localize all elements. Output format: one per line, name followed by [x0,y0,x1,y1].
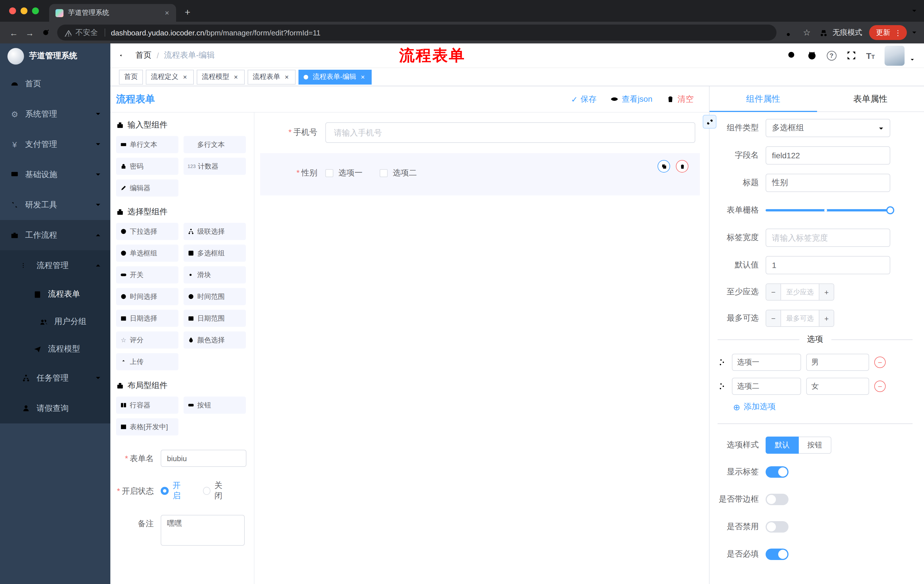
tag-process-model[interactable]: 流程模型× [197,69,245,84]
forward-button[interactable]: → [22,25,38,41]
phone-input[interactable] [325,122,695,143]
font-size-icon[interactable]: TT [866,51,875,60]
sidebar-item-process-model[interactable]: 流程模型 [0,336,111,363]
palette-item-checkbox-group[interactable]: 多选框组 [183,245,246,262]
min-select-input[interactable] [781,284,819,300]
palette-item-radio-group[interactable]: 单选框组 [116,245,178,262]
stepper-decrease-button[interactable]: − [766,284,781,300]
option-value-input[interactable] [806,354,869,371]
reload-button[interactable] [38,25,54,41]
status-on-radio[interactable]: 开启 [161,482,188,499]
palette-item-cascader[interactable]: 级联选择 [183,223,246,240]
title-input[interactable] [766,174,890,192]
canvas-field-phone[interactable]: *手机号 [260,119,702,153]
tag-process-form-edit[interactable]: 流程表单-编辑× [299,69,372,84]
option-label-input[interactable] [732,354,801,371]
sidebar-item-infrastructure[interactable]: 基础设施 [0,160,111,190]
slider-handle[interactable] [886,206,894,214]
help-icon[interactable]: ? [827,51,836,60]
delete-component-button[interactable] [676,160,688,173]
breadcrumb-home[interactable]: 首页 [135,50,152,61]
save-button[interactable]: ✓保存 [571,94,596,104]
style-default-button[interactable]: 默认 [766,437,799,454]
tag-home[interactable]: 首页 [119,69,143,84]
browser-tab[interactable]: 芋道管理系统 × [49,4,176,22]
grid-slider[interactable] [766,201,890,219]
option-value-input[interactable] [806,378,869,395]
sidebar-item-user-group[interactable]: 用户分组 [0,308,111,336]
palette-item-counter[interactable]: 123计数器 [183,158,246,175]
zoom-window-button[interactable] [32,7,39,14]
avatar[interactable] [884,45,904,66]
back-button[interactable]: ← [6,25,22,41]
remove-option-button[interactable]: − [874,380,886,392]
menu-fold-icon[interactable] [119,51,127,59]
stepper-increase-button[interactable]: + [819,284,834,300]
drag-handle-icon[interactable] [718,358,727,367]
default-value-input[interactable] [766,256,890,274]
border-toggle[interactable] [766,494,789,505]
palette-item-date-picker[interactable]: 日期选择 [116,310,178,327]
design-canvas[interactable]: *手机号 *性别 选项一 [254,113,709,584]
status-off-radio[interactable]: 关闭 [203,482,230,499]
update-button[interactable]: 更新 ⋮ [869,25,907,40]
stepper-increase-button[interactable]: + [819,310,834,326]
gender-option-2-checkbox[interactable]: 选项二 [380,168,417,178]
required-toggle[interactable] [766,549,789,560]
search-icon[interactable] [787,50,797,61]
tab-form-props[interactable]: 表单属性 [817,86,924,112]
clear-button[interactable]: 清空 [666,94,693,104]
sidebar-item-process-mgmt[interactable]: 流程管理 [0,250,111,281]
palette-item-upload[interactable]: 上传 [116,353,178,370]
palette-item-password[interactable]: 密码 [116,158,178,175]
sidebar-item-task-mgmt[interactable]: 任务管理 [0,363,111,393]
tab-component-props[interactable]: 组件属性 [710,86,817,112]
show-label-toggle[interactable] [766,466,789,478]
github-icon[interactable] [807,50,817,61]
tag-close-icon[interactable]: × [232,73,239,81]
browser-menu-icon[interactable]: ⋮ [893,28,903,37]
toolbar-caret-icon[interactable] [910,29,918,36]
field-name-input[interactable] [766,146,890,165]
fullscreen-icon[interactable] [846,50,856,61]
slider-track[interactable] [766,209,890,211]
option-label-input[interactable] [732,378,801,395]
form-name-input[interactable] [161,450,246,467]
palette-item-date-range[interactable]: 日期范围 [183,310,246,327]
sidebar-item-workflow[interactable]: 工作流程 [0,220,111,250]
sidebar-item-system[interactable]: ⚙ 系统管理 [0,99,111,129]
palette-item-row-container[interactable]: 行容器 [116,396,178,414]
palette-item-select[interactable]: 下拉选择 [116,223,178,240]
view-json-button[interactable]: 查看json [610,94,652,104]
link-float-button[interactable] [703,115,716,128]
sidebar-item-home[interactable]: 首页 [0,69,111,99]
form-remark-textarea[interactable]: 嘿嘿 [161,515,245,546]
password-key-icon[interactable] [781,25,798,41]
drag-handle-icon[interactable] [718,382,727,391]
max-select-input[interactable] [781,310,819,326]
tab-close-icon[interactable]: × [162,8,172,17]
sidebar-item-process-form[interactable]: 流程表单 [0,281,111,308]
app-logo[interactable]: 芋道管理系统 [0,43,111,69]
palette-item-time-range[interactable]: 时间范围 [183,288,246,305]
tag-close-icon[interactable]: × [181,73,189,81]
tab-search-caret-icon[interactable] [910,7,918,15]
tag-process-definition[interactable]: 流程定义× [146,69,194,84]
palette-item-multi-line-text[interactable]: 多行文本 [183,136,246,153]
copy-component-button[interactable] [658,160,670,173]
sidebar-item-leave-query[interactable]: 请假查询 [0,393,111,423]
sidebar-item-devtools[interactable]: 研发工具 [0,190,111,220]
add-option-button[interactable]: ⊕ 添加选项 [733,402,912,412]
minimize-window-button[interactable] [21,7,28,14]
palette-item-table[interactable]: 表格[开发中] [116,418,178,436]
component-type-select[interactable] [766,119,890,137]
style-button-button[interactable]: 按钮 [799,437,832,454]
tag-close-icon[interactable]: × [359,73,366,81]
address-bar[interactable]: 不安全 dashboard.yudao.iocoder.cn/bpm/manag… [57,25,777,41]
sidebar-item-payment[interactable]: ¥ 支付管理 [0,129,111,160]
security-warning-icon[interactable] [64,29,71,36]
palette-item-button[interactable]: 按钮 [183,396,246,414]
close-window-button[interactable] [9,7,16,14]
palette-item-single-line-text[interactable]: 单行文本 [116,136,178,153]
palette-item-switch[interactable]: 开关 [116,266,178,283]
